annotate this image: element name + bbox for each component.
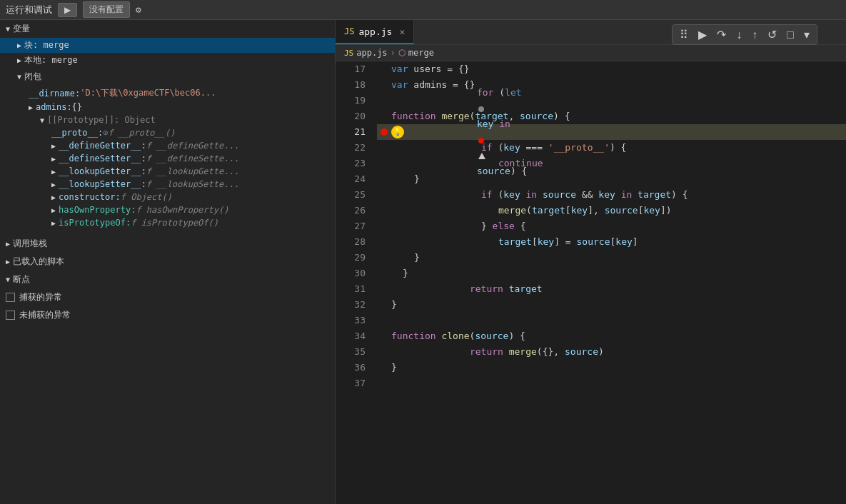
step-out-button[interactable]: ↑ (749, 27, 760, 43)
constructor-label: constructor: (59, 192, 121, 202)
linenum-33: 33 (341, 313, 366, 328)
hasOwnProperty-item[interactable]: hasOwnProperty: f hasOwnProperty() (0, 203, 335, 216)
uncaught-exceptions-label: 未捕获的异常 (19, 309, 71, 321)
breadcrumb-file[interactable]: app.js (356, 48, 387, 58)
restart-button[interactable]: ↺ (765, 26, 780, 43)
breakpoint-21[interactable] (381, 128, 388, 136)
linenum-26: 26 (341, 203, 366, 218)
step-into-button[interactable]: ↓ (733, 27, 745, 43)
linenum-37: 37 (341, 376, 366, 391)
local-merge-item[interactable]: 本地: merge (0, 53, 335, 68)
linenum-35: 35 (341, 344, 366, 360)
admins-item[interactable]: admins: {} (0, 101, 335, 114)
code-line-35: return merge({}, source) (377, 344, 846, 360)
linenum-19: 19 (341, 93, 366, 109)
callstack-section[interactable]: 调用堆栈 (0, 235, 335, 253)
line-numbers: 17 18 19 20 21 22 23 24 25 26 27 28 29 3… (336, 61, 371, 504)
linenum-24: 24 (341, 171, 366, 187)
variables-section-header[interactable]: 变量 (0, 20, 335, 38)
config-dropdown[interactable]: 没有配置 (83, 1, 130, 18)
run-debug-label: 运行和调试 (6, 4, 52, 16)
catch-exceptions-label: 捕获的异常 (19, 291, 62, 303)
js-icon: JS (344, 26, 354, 36)
stop-button[interactable]: □ (784, 27, 797, 43)
loaded-scripts-label: 已载入的脚本 (13, 256, 64, 268)
linenum-31: 31 (341, 281, 366, 297)
uncaught-exceptions-item[interactable]: 未捕获的异常 (0, 306, 335, 324)
defineSetter-item[interactable]: __defineSetter__: f __defineSette... (0, 152, 335, 165)
variables-label: 变量 (13, 23, 30, 35)
uncaught-exceptions-checkbox[interactable] (6, 311, 15, 320)
breadcrumb-function[interactable]: merge (408, 48, 434, 58)
dirname-label: __dirname: (29, 89, 80, 99)
linenum-21: 21 (341, 124, 366, 140)
defineSetter-chevron (51, 155, 56, 163)
top-bar: 运行和调试 ▶ 没有配置 ⚙ (0, 0, 846, 20)
step-over-button[interactable]: ↷ (714, 26, 729, 43)
linenum-17: 17 (341, 61, 366, 77)
lookupSetter-value: f __lookupSette... (146, 179, 239, 189)
breadcrumb-separator: › (391, 48, 396, 58)
code-area: 17 18 19 20 21 22 23 24 25 26 27 28 29 3… (336, 61, 846, 504)
linenum-18: 18 (341, 77, 366, 93)
linenum-25: 25 (341, 187, 366, 203)
defineGetter-item[interactable]: __defineGetter__: f __defineGette... (0, 139, 335, 152)
constructor-item[interactable]: constructor: f Object() (0, 191, 335, 203)
callstack-label: 调用堆栈 (13, 238, 47, 250)
code-line-32: } (377, 297, 846, 313)
lookupGetter-chevron (51, 168, 56, 176)
lookupSetter-label: __lookupSetter__: (59, 179, 146, 189)
variables-chevron (6, 25, 10, 33)
hasOwnProperty-label: hasOwnProperty: (59, 205, 136, 215)
dirname-item[interactable]: __dirname: 'D:\下载\0xgameCTF\bec06... (0, 86, 335, 101)
local-chevron (17, 56, 21, 64)
prototype-item[interactable]: [[Prototype]]: Object (0, 114, 335, 126)
gear-icon[interactable]: ⚙ (136, 4, 141, 15)
tab-close-icon[interactable]: ✕ (399, 26, 405, 37)
bp-col-21 (377, 128, 391, 136)
lookupSetter-chevron (51, 181, 56, 188)
closure-label: 闭包 (24, 71, 41, 83)
lookupSetter-item[interactable]: __lookupSetter__: f __lookupSette... (0, 178, 335, 191)
defineGetter-label: __defineGetter__: (59, 141, 146, 151)
admins-chevron (29, 104, 33, 111)
tab-appjs[interactable]: JS app.js ✕ (336, 20, 414, 44)
linenum-34: 34 (341, 328, 366, 344)
breakpoints-section[interactable]: 断点 (0, 271, 335, 288)
isPrototypeOf-label: isPrototypeOf: (59, 218, 131, 228)
drag-handle-icon[interactable]: ⠿ (677, 26, 691, 43)
admins-key: admins: (36, 102, 72, 112)
breakpoints-chevron (6, 276, 10, 283)
proto-item[interactable]: __proto__: ⊙ f __proto__() (0, 126, 335, 139)
catch-exceptions-item[interactable]: 捕获的异常 (0, 288, 335, 306)
hasOwnProperty-chevron (51, 206, 56, 214)
linenum-28: 28 (341, 234, 366, 250)
more-button[interactable]: ▾ (801, 26, 812, 43)
isPrototypeOf-item[interactable]: isPrototypeOf: f isPrototypeOf() (0, 216, 335, 229)
lookupGetter-item[interactable]: __lookupGetter__: f __lookupGette... (0, 165, 335, 178)
linenum-22: 22 (341, 140, 366, 156)
breadcrumb-js-icon: JS (344, 49, 353, 58)
dot-gray-21 (478, 106, 484, 112)
prototype-chevron (40, 116, 44, 124)
breadcrumb-icon: ⬡ (398, 48, 406, 58)
proto-value: f __proto__() (108, 128, 175, 138)
run-button[interactable]: ▶ (58, 3, 77, 17)
defineGetter-chevron (51, 142, 56, 150)
local-label: 本地: merge (24, 54, 78, 66)
closure-section[interactable]: 闭包 (0, 68, 335, 86)
catch-exceptions-checkbox[interactable] (6, 293, 15, 302)
loaded-scripts-section[interactable]: 已载入的脚本 (0, 253, 335, 271)
callstack-chevron (6, 240, 10, 248)
continue-button[interactable]: ▶ (695, 26, 710, 43)
lookupGetter-label: __lookupGetter__: (59, 166, 146, 176)
prototype-label: [[Prototype]]: Object (47, 115, 156, 125)
code-line-23: continue (377, 156, 846, 171)
dirname-value: 'D:\下载\0xgameCTF\bec06... (80, 87, 216, 99)
linenum-32: 32 (341, 297, 366, 313)
breakpoints-label: 断点 (13, 273, 30, 286)
block-merge-item[interactable]: 块: merge (0, 38, 335, 53)
constructor-value: f Object() (121, 192, 172, 202)
code-line-31: return target (377, 281, 846, 297)
linenum-30: 30 (341, 266, 366, 281)
